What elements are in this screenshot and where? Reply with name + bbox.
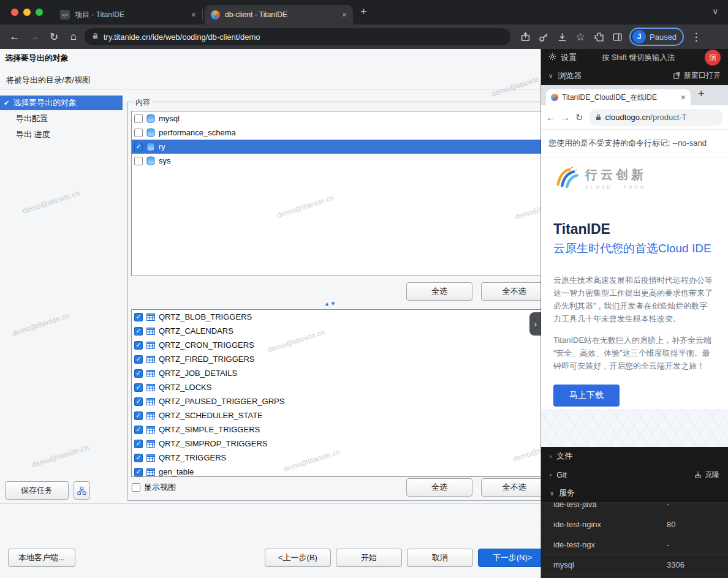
- new-tab-button[interactable]: +: [360, 6, 367, 18]
- table-checkbox[interactable]: ✓: [134, 341, 143, 350]
- table-row[interactable]: ✓gen_table: [132, 465, 561, 477]
- table-row[interactable]: ✓QRTZ_CRON_TRIGGERS: [132, 338, 561, 352]
- table-row[interactable]: ✓QRTZ_SCHEDULER_STATE: [132, 408, 561, 422]
- close-tab-icon[interactable]: ×: [191, 10, 196, 20]
- wizard-step[interactable]: 导出 进度: [0, 127, 123, 142]
- service-row[interactable]: ide-test-ngx-: [541, 535, 728, 555]
- menu-dots-icon[interactable]: ⋮: [688, 28, 705, 45]
- address-bar[interactable]: try.titanide.cn/ide/web/coding/db-client…: [85, 28, 510, 45]
- share-icon[interactable]: [517, 28, 534, 45]
- select-all-schemas-button[interactable]: 全选: [406, 282, 472, 301]
- show-views-checkbox[interactable]: [132, 483, 140, 492]
- extensions-puzzle-icon[interactable]: [590, 28, 607, 45]
- browser-section-header[interactable]: ∨ 浏览器 新窗口打开: [541, 66, 728, 85]
- table-row[interactable]: ✓QRTZ_SIMPROP_TRIGGERS: [132, 437, 561, 451]
- table-checkbox[interactable]: ✓: [134, 327, 143, 336]
- table-name: QRTZ_TRIGGERS: [159, 453, 226, 462]
- download-now-button[interactable]: 马上下载: [553, 385, 620, 407]
- new-tab-button[interactable]: +: [698, 88, 705, 100]
- table-checkbox[interactable]: ✓: [134, 369, 143, 378]
- download-icon[interactable]: [553, 28, 571, 45]
- table-checkbox[interactable]: ✓: [134, 426, 143, 434]
- schema-checkbox[interactable]: [134, 157, 143, 165]
- back-icon[interactable]: ←: [6, 28, 23, 45]
- task-flow-button[interactable]: [74, 481, 90, 500]
- service-name: ide-test-ngx: [541, 540, 667, 549]
- tab-db-client[interactable]: db-client - TitanIDE ×: [205, 5, 353, 24]
- table-row[interactable]: ✓QRTZ_LOCKS: [132, 380, 561, 394]
- forward-icon[interactable]: →: [561, 112, 570, 122]
- tab-project[interactable]: </> 项目 - TitanIDE ×: [54, 5, 202, 24]
- schema-row[interactable]: mysql: [132, 111, 561, 126]
- table-row[interactable]: ✓QRTZ_JOB_DETAILS: [132, 366, 561, 380]
- wizard-step[interactable]: ✔选择要导出的对象: [0, 96, 123, 110]
- close-tab-icon[interactable]: ×: [681, 92, 686, 102]
- table-checkbox[interactable]: ✓: [134, 383, 143, 392]
- schema-checkbox[interactable]: ✓: [134, 143, 143, 151]
- service-row[interactable]: mysql3306: [541, 555, 728, 575]
- service-row[interactable]: ide-test-java-: [541, 502, 728, 514]
- table-checkbox[interactable]: ✓: [134, 411, 143, 420]
- schema-list[interactable]: mysqlperformance_schema✓rysys: [131, 111, 561, 276]
- select-none-tables-button[interactable]: 全不选: [481, 478, 547, 497]
- settings-label[interactable]: 设置: [561, 52, 577, 63]
- schema-checkbox[interactable]: [134, 129, 143, 137]
- table-checkbox[interactable]: ✓: [134, 468, 143, 476]
- table-row[interactable]: ✓QRTZ_BLOB_TRIGGERS: [132, 310, 561, 324]
- next-step-button[interactable]: 下一步(N)>: [478, 549, 547, 567]
- schema-row[interactable]: performance_schema: [132, 126, 561, 140]
- schema-row[interactable]: ✓ry: [132, 140, 561, 154]
- git-clone-button[interactable]: 克隆: [694, 470, 719, 480]
- service-row[interactable]: ide-test-nginx80: [541, 514, 728, 535]
- wizard-step[interactable]: 导出配置: [0, 111, 123, 126]
- demo-badge[interactable]: 演: [705, 50, 721, 66]
- reload-icon[interactable]: ↻: [575, 112, 583, 123]
- table-row[interactable]: ✓QRTZ_CALENDARS: [132, 324, 561, 338]
- profile-chip[interactable]: J Paused: [629, 28, 684, 46]
- back-icon[interactable]: ←: [546, 112, 555, 122]
- table-row[interactable]: ✓QRTZ_PAUSED_TRIGGER_GRPS: [132, 394, 561, 408]
- files-section-header[interactable]: › 文件: [541, 447, 728, 465]
- previous-step-button[interactable]: <上一步(B): [265, 549, 331, 567]
- table-name: QRTZ_PAUSED_TRIGGER_GRPS: [159, 397, 284, 406]
- table-row[interactable]: ✓QRTZ_FIRED_TRIGGERS: [132, 352, 561, 366]
- side-panel-icon[interactable]: [609, 28, 626, 45]
- table-row[interactable]: ✓QRTZ_SIMPLE_TRIGGERS: [132, 422, 561, 437]
- reload-icon[interactable]: ↻: [45, 28, 63, 45]
- open-new-window-button[interactable]: 新窗口打开: [673, 70, 721, 81]
- cancel-button[interactable]: 取消: [407, 549, 473, 567]
- select-all-tables-button[interactable]: 全选: [406, 478, 472, 497]
- password-key-icon[interactable]: [535, 28, 552, 45]
- close-window-button[interactable]: [11, 9, 18, 16]
- table-row[interactable]: ✓QRTZ_TRIGGERS: [132, 451, 561, 465]
- local-client-button[interactable]: 本地客户端...: [8, 549, 75, 567]
- minimize-window-button[interactable]: [23, 9, 31, 16]
- schema-row[interactable]: sys: [132, 154, 561, 168]
- splitter-arrows-icon[interactable]: ▲▼: [324, 301, 336, 307]
- services-section-header[interactable]: ∨ 服务: [541, 484, 728, 502]
- forward-icon[interactable]: →: [26, 28, 43, 45]
- git-section-header[interactable]: › Git 克隆: [541, 465, 728, 484]
- paragraph-line: 云原生技术高速发展和后疫情时代远程办公等: [553, 274, 728, 287]
- embedded-address-bar[interactable]: cloudtogo.cn/product-T: [589, 109, 723, 126]
- panel-collapse-handle[interactable]: ›: [529, 312, 542, 336]
- save-task-button[interactable]: 保存任务: [5, 481, 69, 500]
- table-checkbox[interactable]: ✓: [134, 355, 143, 364]
- table-checkbox[interactable]: ✓: [134, 440, 143, 448]
- gear-icon[interactable]: [548, 53, 556, 62]
- schema-name: mysql: [159, 114, 180, 123]
- select-none-schemas-button[interactable]: 全不选: [481, 282, 547, 301]
- close-tab-icon[interactable]: ×: [342, 10, 347, 20]
- home-icon[interactable]: ⌂: [65, 28, 82, 45]
- embedded-tab[interactable]: TitanIDE_CloudIDE_在线IDE ×: [546, 89, 691, 105]
- table-checkbox[interactable]: ✓: [134, 313, 143, 321]
- start-button[interactable]: 开始: [336, 549, 402, 567]
- table-list[interactable]: ✓QRTZ_BLOB_TRIGGERS✓QRTZ_CALENDARS✓QRTZ_…: [131, 309, 561, 477]
- table-checkbox[interactable]: ✓: [134, 454, 143, 462]
- tab-search-chevron-icon[interactable]: ∨: [712, 7, 718, 16]
- fullscreen-window-button[interactable]: [36, 9, 43, 16]
- table-checkbox[interactable]: ✓: [134, 397, 143, 406]
- schema-checkbox[interactable]: [134, 114, 143, 123]
- bookmark-star-icon[interactable]: ☆: [572, 28, 589, 45]
- table-icon: [146, 411, 156, 421]
